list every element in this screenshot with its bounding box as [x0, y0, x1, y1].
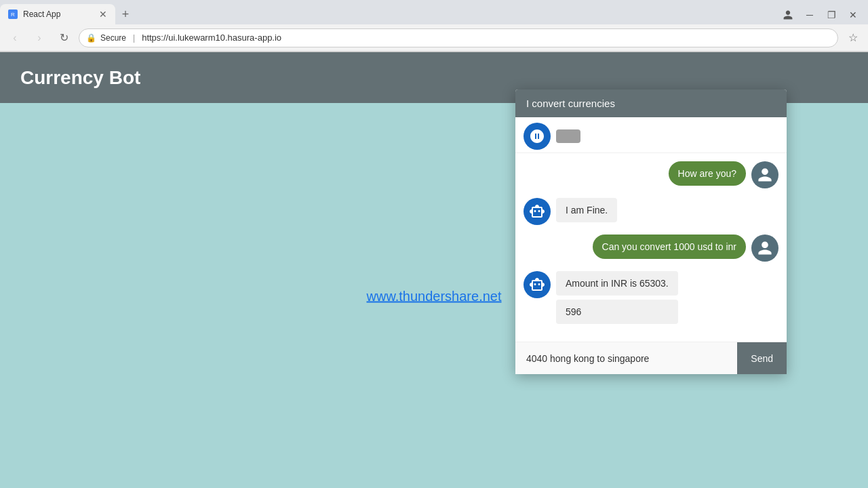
- profile-button[interactable]: [778, 5, 797, 24]
- send-button[interactable]: Send: [737, 342, 787, 374]
- url-separator: |: [133, 33, 135, 43]
- message-row: I am Fine.: [524, 198, 778, 225]
- bot-message: I am Fine.: [556, 198, 617, 222]
- user-message: Can you convert 1000 usd to inr: [593, 235, 746, 259]
- watermark: www.thundershare.net: [366, 288, 501, 304]
- bookmark-button[interactable]: ☆: [844, 28, 863, 47]
- new-tab-button[interactable]: +: [115, 4, 136, 24]
- app-body: www.thundershare.net I convert currencie…: [0, 103, 868, 488]
- minimize-button[interactable]: ─: [800, 5, 819, 24]
- bot-avatar: [524, 198, 551, 225]
- chat-top-row: [515, 117, 787, 153]
- browser-chrome: R React App ✕ + ─ ❐ ✕ ‹ › ↻ 🔒 Secure |: [0, 0, 868, 52]
- chat-widget: I convert currencies How are you?: [515, 89, 787, 374]
- bot-status-indicator: [556, 129, 580, 143]
- active-tab[interactable]: R React App ✕: [0, 4, 115, 24]
- bot-messages-group: Amount in INR is 65303. 596: [556, 271, 678, 324]
- secure-label: Secure: [100, 33, 126, 43]
- user-avatar: [751, 161, 778, 188]
- message-row: Amount in INR is 65303. 596: [524, 271, 778, 324]
- bot-message: 596: [556, 300, 678, 324]
- chat-header: I convert currencies: [515, 89, 787, 117]
- maximize-button[interactable]: ❐: [822, 5, 841, 24]
- close-button[interactable]: ✕: [844, 5, 863, 24]
- chat-messages[interactable]: How are you? I am Fine. Can you co: [515, 153, 787, 342]
- tab-bar: R React App ✕ +: [0, 0, 868, 24]
- forward-button[interactable]: ›: [30, 28, 49, 47]
- url-text: https://ui.lukewarm10.hasura-app.io: [142, 33, 281, 43]
- app-title: Currency Bot: [20, 67, 140, 89]
- chat-input-area: Send: [515, 342, 787, 374]
- message-row: Can you convert 1000 usd to inr: [524, 235, 778, 262]
- bot-message: Amount in INR is 65303.: [556, 271, 678, 296]
- chat-header-text: I convert currencies: [526, 98, 615, 109]
- lock-icon: 🔒: [86, 33, 96, 43]
- bot-avatar-top: [524, 123, 551, 150]
- tab-title: React App: [23, 9, 60, 19]
- reload-button[interactable]: ↻: [54, 28, 73, 47]
- window-controls: ─ ❐ ✕: [778, 5, 863, 24]
- bot-avatar: [524, 271, 551, 298]
- user-message: How are you?: [669, 161, 746, 186]
- tab-close-button[interactable]: ✕: [99, 9, 107, 20]
- chat-input[interactable]: [515, 342, 737, 374]
- back-button[interactable]: ‹: [5, 28, 24, 47]
- address-bar[interactable]: 🔒 Secure | https://ui.lukewarm10.hasura-…: [79, 28, 838, 47]
- user-avatar: [751, 235, 778, 262]
- browser-toolbar: ‹ › ↻ 🔒 Secure | https://ui.lukewarm10.h…: [0, 24, 868, 52]
- tab-bar-wrapper: R React App ✕ + ─ ❐ ✕: [0, 0, 868, 24]
- message-row: How are you?: [524, 161, 778, 188]
- tab-favicon: R: [8, 9, 18, 19]
